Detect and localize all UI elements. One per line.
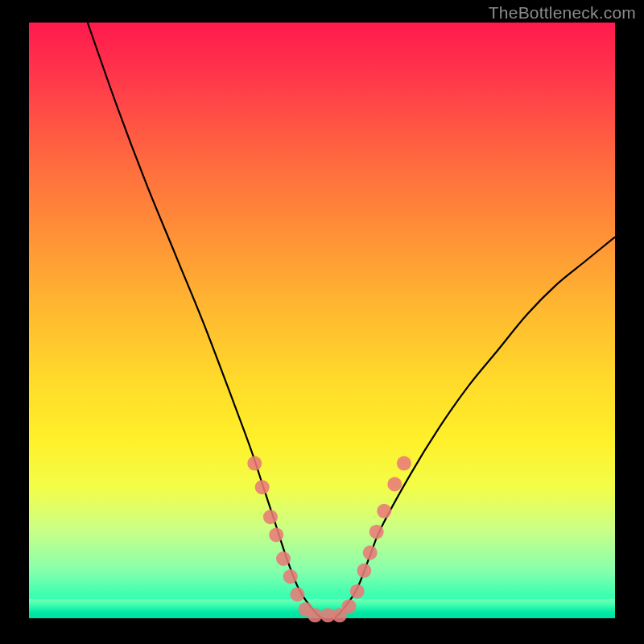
data-marker (269, 527, 283, 542)
data-marker (342, 599, 357, 613)
data-marker (369, 525, 384, 539)
data-marker (276, 551, 291, 566)
data-marker (263, 510, 278, 524)
data-marker (290, 587, 304, 601)
data-marker (363, 546, 378, 560)
plot-area (29, 23, 615, 618)
data-marker (283, 569, 298, 584)
data-marker (350, 584, 365, 599)
data-marker (308, 608, 322, 622)
data-marker (377, 504, 391, 518)
data-marker (387, 477, 402, 492)
chart-svg (29, 23, 615, 618)
data-marker (397, 456, 411, 471)
chart-container: TheBottleneck.com (0, 0, 644, 644)
watermark-text: TheBottleneck.com (489, 3, 636, 23)
data-markers (247, 456, 411, 623)
data-marker (357, 564, 371, 578)
data-marker (255, 480, 270, 494)
bottleneck-curve (88, 23, 615, 620)
data-marker (247, 456, 262, 471)
